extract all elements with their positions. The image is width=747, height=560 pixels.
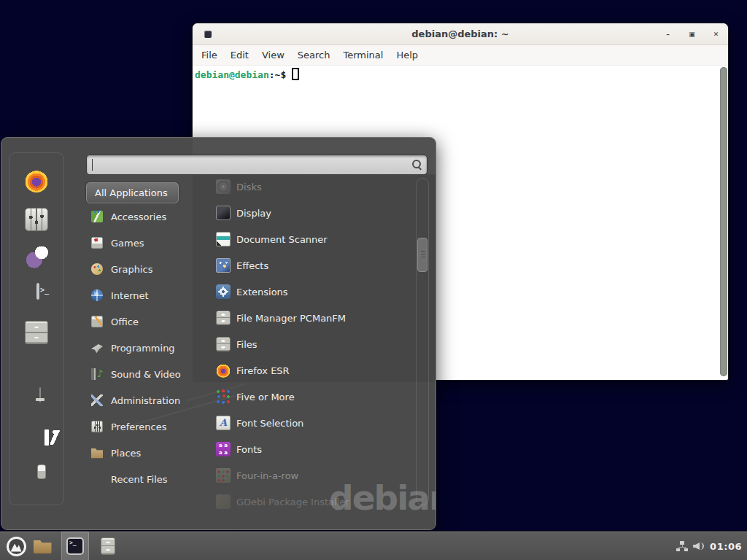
document-scanner-icon — [216, 232, 231, 246]
category-recent-files[interactable]: Recent Files — [85, 466, 195, 492]
internet-globe-icon — [91, 289, 103, 301]
app-firefox-esr[interactable]: Firefox ESR — [207, 357, 416, 384]
network-icon[interactable] — [676, 541, 688, 551]
app-files[interactable]: Files — [207, 331, 416, 357]
category-preferences[interactable]: Preferences — [85, 413, 195, 440]
lock-screen-icon[interactable] — [39, 387, 41, 402]
effects-icon — [216, 258, 231, 273]
programming-icon — [91, 342, 103, 354]
category-internet[interactable]: Internet — [85, 282, 195, 308]
taskbar-file-manager-button[interactable] — [31, 532, 54, 560]
app-file-manager-pcmanfm[interactable]: File Manager PCManFM — [207, 305, 416, 331]
category-list: Accessories Games Graphics Internet Offi… — [85, 203, 195, 492]
system-tray: 01:06 — [676, 532, 747, 560]
menu-button[interactable] — [4, 532, 28, 560]
menu-file[interactable]: File — [195, 45, 224, 66]
app-display[interactable]: Display — [207, 200, 416, 226]
app-five-or-more[interactable]: Five or More — [207, 384, 416, 410]
terminal-cursor — [292, 68, 299, 80]
category-administration[interactable]: Administration — [85, 387, 195, 413]
menu-view[interactable]: View — [255, 45, 291, 66]
volume-icon[interactable] — [693, 541, 705, 551]
desktop: debian@debian: ~ – ▣ ✕ File Edit View Se… — [0, 0, 747, 560]
terminal-menubar: File Edit View Search Terminal Help — [193, 45, 728, 66]
app-four-in-a-row[interactable]: Four-in-a-row — [207, 462, 416, 489]
search-input[interactable] — [86, 155, 427, 175]
administration-tools-icon — [91, 394, 103, 406]
file-cabinet-icon — [216, 337, 231, 351]
close-icon[interactable]: ✕ — [711, 31, 721, 38]
application-list: Disks Display Document Scanner Effects E… — [207, 174, 416, 515]
category-accessories[interactable]: Accessories — [85, 203, 195, 230]
terminal-scrollbar[interactable] — [720, 67, 727, 376]
favorites-panel — [9, 152, 64, 505]
four-in-a-row-icon — [216, 468, 231, 483]
favorite-terminal-icon[interactable] — [36, 283, 39, 300]
five-or-more-icon — [216, 389, 231, 404]
window-controls: – ▣ ✕ — [663, 23, 721, 45]
app-extensions[interactable]: Extensions — [207, 279, 416, 305]
category-graphics[interactable]: Graphics — [85, 256, 195, 282]
preferences-sliders-icon — [91, 421, 103, 432]
category-all-applications[interactable]: All Applications — [86, 182, 179, 203]
taskbar-terminal-button[interactable] — [61, 532, 89, 560]
maximize-icon[interactable]: ▣ — [687, 31, 697, 38]
menu-search — [86, 155, 427, 175]
folder-icon — [34, 539, 52, 553]
category-programming[interactable]: Programming — [85, 335, 195, 361]
menu-search[interactable]: Search — [291, 45, 337, 66]
menu-logo-icon — [7, 537, 26, 556]
menu-edit[interactable]: Edit — [224, 45, 255, 66]
fonts-icon — [216, 442, 231, 456]
places-folder-icon — [91, 447, 103, 459]
clock[interactable]: 01:06 — [710, 541, 742, 552]
firefox-icon — [216, 363, 231, 378]
disks-icon — [216, 179, 231, 194]
taskbar-files-button[interactable] — [96, 532, 120, 560]
category-sound-video[interactable]: Sound & Video — [85, 361, 195, 387]
app-fonts[interactable]: Fonts — [207, 436, 416, 462]
menu-scrollbar-thumb[interactable] — [417, 238, 427, 272]
file-cabinet-icon — [216, 311, 231, 325]
category-places[interactable]: Places — [85, 440, 195, 466]
menu-terminal[interactable]: Terminal — [336, 45, 390, 66]
favorite-control-panel-icon[interactable] — [25, 208, 48, 231]
office-icon — [91, 316, 103, 327]
favorite-pidgin-icon[interactable] — [25, 246, 48, 270]
app-font-selection[interactable]: Font Selection — [207, 410, 416, 436]
menu-scrollbar-track[interactable] — [416, 178, 429, 505]
taskbar: 01:06 — [0, 531, 747, 560]
gdebi-icon — [216, 494, 231, 509]
favorite-firefox-icon[interactable] — [25, 169, 48, 192]
minimize-icon[interactable]: – — [663, 31, 673, 38]
favorite-files-icon[interactable] — [25, 321, 48, 344]
sound-video-icon — [91, 368, 103, 380]
prompt-user-host: debian@debian — [195, 69, 269, 80]
category-office[interactable]: Office — [85, 308, 195, 335]
terminal-prompt: debian@debian:~$ — [193, 66, 728, 82]
games-icon — [91, 237, 103, 249]
terminal-titlebar[interactable]: debian@debian: ~ – ▣ ✕ — [193, 23, 728, 45]
display-icon — [216, 206, 231, 220]
category-games[interactable]: Games — [85, 230, 195, 256]
font-selection-icon — [216, 416, 231, 430]
shut-down-icon[interactable] — [41, 464, 42, 479]
graphics-icon — [91, 263, 103, 275]
terminal-icon — [66, 537, 84, 555]
terminal-title: debian@debian: ~ — [193, 23, 728, 45]
accessories-icon — [91, 211, 103, 222]
text-caret — [92, 159, 93, 171]
app-effects[interactable]: Effects — [207, 252, 416, 279]
search-icon — [412, 160, 422, 169]
file-cabinet-icon — [101, 537, 115, 555]
application-menu: debian All Applications Accessories Game… — [1, 137, 436, 530]
prompt-suffix: :~$ — [269, 69, 286, 80]
menu-help[interactable]: Help — [390, 45, 425, 66]
extensions-gear-icon — [216, 284, 231, 299]
app-gdebi-package-installer[interactable]: GDebi Package Installer — [207, 489, 416, 515]
app-document-scanner[interactable]: Document Scanner — [207, 226, 416, 252]
app-disks[interactable]: Disks — [207, 174, 416, 200]
